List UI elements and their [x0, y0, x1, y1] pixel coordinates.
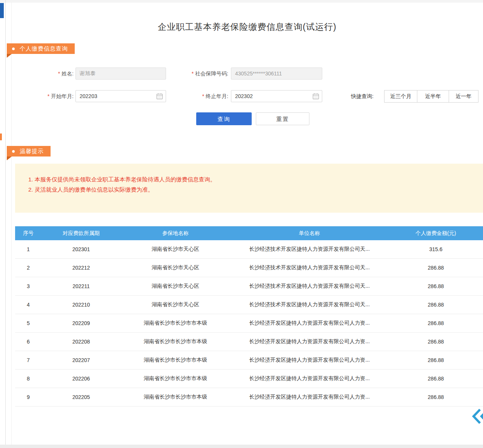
ssn-label: *社会保障号码:: [172, 71, 228, 77]
ssn-field: [231, 68, 322, 80]
cell-index: 5: [15, 320, 42, 326]
cell-location: 湖南省长沙市长沙市市本级: [121, 338, 230, 345]
table-row: 1 202301 湖南省长沙市天心区 长沙经济技术开发区捷特人力资源开发有限公司…: [15, 240, 483, 259]
cell-index: 2: [15, 265, 42, 271]
cell-period: 202205: [42, 394, 121, 400]
cell-location: 湖南省长沙市长沙市市本级: [121, 375, 230, 382]
required-asterisk: *: [58, 71, 60, 77]
query-button[interactable]: 查询: [196, 112, 252, 125]
cell-amount: 315.6: [389, 246, 483, 252]
cell-period: 202209: [42, 320, 121, 326]
cell-period: 202210: [42, 302, 121, 308]
start-month-label: *开始年月:: [34, 93, 74, 100]
cell-employer: 长沙经济开发区捷特人力资源开发有限公司人力资...: [230, 394, 389, 400]
bullet-icon: [12, 150, 15, 153]
cell-index: 8: [15, 376, 42, 382]
quick-halfyear-button[interactable]: 近半年: [417, 90, 449, 103]
cell-period: 202301: [42, 246, 121, 252]
cell-index: 6: [15, 339, 42, 345]
cell-amount: 286.88: [389, 283, 483, 289]
required-asterisk: *: [192, 71, 194, 77]
calendar-icon[interactable]: [312, 93, 319, 100]
bullet-icon: [12, 48, 15, 50]
required-asterisk: *: [48, 93, 49, 99]
quick-oneyear-button[interactable]: 近一年: [449, 90, 478, 103]
section-badge-query: 个人缴费信息查询: [7, 43, 75, 54]
col-header-index: 序号: [15, 230, 42, 237]
cell-amount: 286.88: [389, 265, 483, 271]
tips-line-2: 2. 灵活就业人员的缴费单位信息以实际缴费为准。: [28, 184, 216, 195]
table-row: 5 202209 湖南省长沙市长沙市市本级 长沙经济开发区捷特人力资源开发有限公…: [15, 314, 483, 333]
bottom-strip: [0, 445, 483, 448]
cell-employer: 长沙经济技术开发区捷特人力资源开发有限公司天...: [230, 283, 389, 290]
double-chevron-left-icon[interactable]: [472, 408, 483, 425]
results-table: 序号 对应费款所属期 参保地名称 单位名称 个人缴费金额(元) 1 202301…: [15, 226, 483, 407]
cell-index: 7: [15, 357, 42, 363]
table-header-row: 序号 对应费款所属期 参保地名称 单位名称 个人缴费金额(元): [15, 226, 483, 240]
cell-period: 202212: [42, 265, 121, 271]
cell-amount: 286.88: [389, 320, 483, 326]
calendar-icon[interactable]: [156, 93, 163, 100]
table-row: 4 202210 湖南省长沙市天心区 长沙经济技术开发区捷特人力资源开发有限公司…: [15, 296, 483, 314]
section-badge-tips: 温馨提示: [7, 146, 51, 156]
cell-employer: 长沙经济开发区捷特人力资源开发有限公司人力资...: [230, 338, 389, 345]
cell-employer: 长沙经济开发区捷特人力资源开发有限公司人力资...: [230, 320, 389, 327]
col-header-location: 参保地名称: [121, 230, 230, 237]
cell-employer: 长沙经济技术开发区捷特人力资源开发有限公司天...: [230, 301, 389, 308]
cell-period: 202208: [42, 339, 121, 345]
table-row: 3 202211 湖南省长沙市天心区 长沙经济技术开发区捷特人力资源开发有限公司…: [15, 277, 483, 296]
tips-line-1: 1. 本服务仅提供尚未领取企业职工基本养老保险待遇人员的缴费信息查询。: [28, 174, 216, 184]
sidebar-divider: [5, 0, 6, 448]
cell-index: 1: [15, 246, 42, 252]
name-label: *姓名:: [38, 71, 74, 77]
cell-period: 202206: [42, 376, 121, 382]
col-header-amount: 个人缴费金额(元): [389, 230, 483, 237]
cell-index: 3: [15, 283, 42, 289]
cell-location: 湖南省长沙市长沙市市本级: [121, 320, 230, 327]
section-badge-tips-label: 温馨提示: [20, 148, 44, 155]
tips-box: 1. 本服务仅提供尚未领取企业职工基本养老保险待遇人员的缴费信息查询。 2. 灵…: [15, 164, 483, 213]
cell-location: 湖南省长沙市长沙市市本级: [121, 394, 230, 400]
reset-button[interactable]: 重置: [256, 112, 309, 125]
cell-employer: 长沙经济开发区捷特人力资源开发有限公司人力资...: [230, 357, 389, 364]
name-field: [75, 68, 166, 80]
cell-location: 湖南省长沙市天心区: [121, 301, 230, 308]
required-asterisk: *: [202, 93, 204, 99]
table-row: 9 202205 湖南省长沙市长沙市市本级 长沙经济开发区捷特人力资源开发有限公…: [15, 388, 483, 407]
cell-location: 湖南省长沙市天心区: [121, 283, 230, 290]
sidebar-collapsed-tab[interactable]: [0, 3, 4, 18]
table-row: 2 202212 湖南省长沙市天心区 长沙经济技术开发区捷特人力资源开发有限公司…: [15, 259, 483, 277]
cell-employer: 长沙经济技术开发区捷特人力资源开发有限公司天...: [230, 246, 389, 253]
cell-index: 9: [15, 394, 42, 400]
table-row: 8 202206 湖南省长沙市长沙市市本级 长沙经济开发区捷特人力资源开发有限公…: [15, 370, 483, 388]
end-month-input[interactable]: [231, 90, 322, 102]
cell-amount: 286.88: [389, 376, 483, 382]
col-header-period: 对应费款所属期: [42, 230, 121, 237]
cell-location: 湖南省长沙市天心区: [121, 246, 230, 253]
page: 企业职工基本养老保险缴费信息查询(试运行) 个人缴费信息查询 *姓名: *社会保…: [0, 0, 483, 448]
cell-employer: 长沙经济技术开发区捷特人力资源开发有限公司天...: [230, 264, 389, 271]
quick-3months-button[interactable]: 近三个月: [384, 90, 417, 103]
cell-amount: 286.88: [389, 394, 483, 400]
cell-employer: 长沙经济开发区捷特人力资源开发有限公司人力资...: [230, 375, 389, 382]
cell-period: 202211: [42, 283, 121, 289]
cell-index: 4: [15, 302, 42, 308]
cell-period: 202207: [42, 357, 121, 363]
table-row: 7 202207 湖南省长沙市长沙市市本级 长沙经济开发区捷特人力资源开发有限公…: [15, 351, 483, 370]
sidebar-orange-marker: [0, 133, 2, 140]
col-header-employer: 单位名称: [230, 230, 389, 237]
quick-query-label: 快捷查询:: [351, 93, 374, 100]
table-row: 6 202208 湖南省长沙市长沙市市本级 长沙经济开发区捷特人力资源开发有限公…: [15, 333, 483, 351]
cell-amount: 286.88: [389, 357, 483, 363]
top-strip: [0, 0, 483, 3]
cell-location: 湖南省长沙市天心区: [121, 264, 230, 271]
page-title: 企业职工基本养老保险缴费信息查询(试运行): [11, 21, 483, 33]
cell-amount: 286.88: [389, 339, 483, 345]
section-badge-query-label: 个人缴费信息查询: [20, 45, 68, 52]
cell-location: 湖南省长沙市长沙市市本级: [121, 357, 230, 364]
panel-left-edge: [11, 2, 12, 448]
cell-amount: 286.88: [389, 302, 483, 308]
end-month-label: *终止年月:: [187, 93, 228, 100]
start-month-input[interactable]: [75, 90, 166, 102]
